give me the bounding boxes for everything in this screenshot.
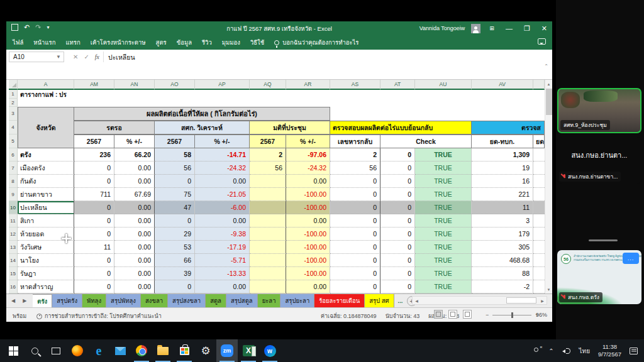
cell-partial-7[interactable] (533, 162, 545, 175)
cell-partial-9[interactable] (533, 188, 545, 201)
cell-AP7[interactable]: -24.32 (195, 162, 250, 175)
cell-AR7[interactable]: -24.32 (286, 162, 330, 175)
language-indicator[interactable]: ไทย (579, 346, 590, 356)
cell-AU11[interactable]: TRUE (415, 214, 472, 228)
formula-bar-input[interactable]: ปะเหลียน (108, 52, 135, 63)
cell-AS8[interactable]: 0 (330, 175, 380, 188)
more-sheets-indicator[interactable]: ... (394, 294, 407, 307)
cell-AT15[interactable]: 0 (380, 267, 415, 280)
cell-province-15[interactable]: รัษฎา (18, 267, 74, 280)
cell-AS9[interactable]: 0 (330, 188, 380, 201)
cell-AP15[interactable]: -13.33 (195, 267, 250, 280)
cell-AO14[interactable]: 66 (155, 254, 195, 267)
cell-AO15[interactable]: 39 (155, 267, 195, 280)
taskbar-search-icon[interactable] (24, 339, 45, 362)
cell-AV15[interactable]: 88 (472, 267, 533, 280)
column-header-AR[interactable]: AR (286, 80, 330, 90)
cell-AR14[interactable]: -100.00 (286, 254, 330, 267)
taskbar-task-view-icon[interactable] (45, 339, 67, 362)
cell-AM10[interactable]: 0 (74, 201, 114, 214)
scroll-up-icon[interactable]: ▲ (545, 80, 552, 88)
cell-AT13[interactable]: 0 (380, 241, 415, 254)
cell-AS15[interactable]: 0 (330, 267, 380, 280)
column-header-AQ[interactable]: AQ (250, 80, 286, 90)
cell-AT6[interactable]: 0 (380, 148, 415, 162)
vertical-scrollbar[interactable]: ▲ ▼ (545, 80, 552, 293)
ribbon-tab-0[interactable]: ไฟล์ (13, 38, 23, 47)
row-header-6[interactable]: 6 (9, 148, 18, 162)
sub-header-2[interactable]: 2567 (155, 134, 195, 148)
taskbar-file-explorer-icon[interactable] (152, 339, 174, 362)
name-box-dropdown-icon[interactable]: ▼ (56, 54, 64, 60)
cell-AV16[interactable]: -2 (472, 280, 533, 293)
cell-AM8[interactable]: 0 (74, 175, 114, 188)
row-header-2[interactable]: 2 (9, 99, 18, 107)
cell-AR13[interactable]: -100.00 (286, 241, 330, 254)
header-province[interactable]: จังหวัด (18, 107, 74, 148)
ribbon-tab-6[interactable]: รีวิว (202, 38, 212, 47)
cell-partial-13[interactable] (533, 241, 545, 254)
sheet-tab-8[interactable]: สรุปสตูล (226, 294, 258, 307)
user-avatar[interactable] (471, 24, 480, 33)
name-box[interactable]: A10▼ (9, 52, 64, 62)
cell-AQ8[interactable] (250, 175, 286, 188)
cell-AN8[interactable]: 0.00 (114, 175, 155, 188)
cell-AO6[interactable]: 58 (155, 148, 195, 162)
cell-AP6[interactable]: -14.71 (195, 148, 250, 162)
sheet-nav-right-icon[interactable]: ▶ (23, 298, 26, 304)
cell-AT10[interactable]: 0 (380, 201, 415, 214)
comments-icon[interactable] (538, 38, 546, 45)
sub-header-0[interactable]: 2567 (74, 134, 114, 148)
cell-AU15[interactable]: TRUE (415, 267, 472, 280)
row-header-11[interactable]: 11 (9, 214, 18, 228)
row-header-15[interactable]: 15 (9, 267, 18, 280)
sheet-tab-10[interactable]: สรุปยะลา (280, 294, 314, 307)
cell-AS12[interactable]: 0 (330, 228, 380, 241)
cell-AV8[interactable]: 16 (472, 175, 533, 188)
row-header-10[interactable]: 10 (9, 201, 18, 214)
cell-AN13[interactable]: 0.00 (114, 241, 155, 254)
cell-AU10[interactable]: TRUE (415, 201, 472, 214)
select-all-corner[interactable] (9, 80, 18, 90)
header-ssk-analysis[interactable]: สศก. วิเคราะห์ (155, 121, 250, 134)
cell-AN16[interactable]: 0.00 (114, 280, 155, 293)
cell-AO8[interactable]: 0 (155, 175, 195, 188)
cell-AQ14[interactable] (250, 254, 286, 267)
column-header-A[interactable]: A (18, 80, 74, 90)
sub-header-9[interactable]: ยด (533, 134, 545, 148)
cell-AN6[interactable]: 66.20 (114, 148, 155, 162)
scroll-left-icon[interactable]: ◀ (413, 297, 421, 304)
scroll-down-icon[interactable]: ▼ (545, 285, 552, 293)
cell-AS10[interactable]: 0 (330, 201, 380, 214)
column-header-AN[interactable]: AN (114, 80, 155, 90)
cell-AO16[interactable]: 0 (155, 280, 195, 293)
cell-AT9[interactable]: 0 (380, 188, 415, 201)
cell-AS11[interactable]: 0 (330, 214, 380, 228)
cell-AM13[interactable]: 11 (74, 241, 114, 254)
cell-AM14[interactable]: 0 (74, 254, 114, 267)
excel-minimize-button[interactable]: — (503, 25, 515, 32)
cell-AS13[interactable]: 0 (330, 241, 380, 254)
cell-AP16[interactable]: 0.00 (195, 280, 250, 293)
excel-close-button[interactable]: ✕ (539, 25, 550, 33)
cell-AR16[interactable]: 0.00 (286, 280, 330, 293)
cell-AT14[interactable]: 0 (380, 254, 415, 267)
cell-AQ6[interactable]: 2 (250, 148, 286, 162)
zoom-out-icon[interactable]: − (486, 312, 489, 318)
cell-AT11[interactable]: 0 (380, 214, 415, 228)
speaker-icon[interactable] (562, 348, 571, 354)
column-headers[interactable]: AAMANAOAPAQARASATAUAV (9, 80, 545, 90)
cell-AV6[interactable]: 1,309 (472, 148, 533, 162)
column-header-AM[interactable]: AM (74, 80, 114, 90)
row-header-4[interactable]: 4 (9, 121, 18, 134)
cell-AR12[interactable]: -100.00 (286, 228, 330, 241)
cell-AM9[interactable]: 711 (74, 188, 114, 201)
taskbar-start-icon[interactable] (3, 339, 24, 362)
column-header-AT[interactable]: AT (380, 80, 415, 90)
cell-AN11[interactable]: 0.00 (114, 214, 155, 228)
cell-AQ16[interactable] (250, 280, 286, 293)
cell-AM16[interactable]: 0 (74, 280, 114, 293)
cell-AU14[interactable]: TRUE (415, 254, 472, 267)
hidden-icons-chevron[interactable]: ⌃ (548, 348, 553, 354)
taskbar-edge-icon[interactable]: e (88, 339, 109, 362)
